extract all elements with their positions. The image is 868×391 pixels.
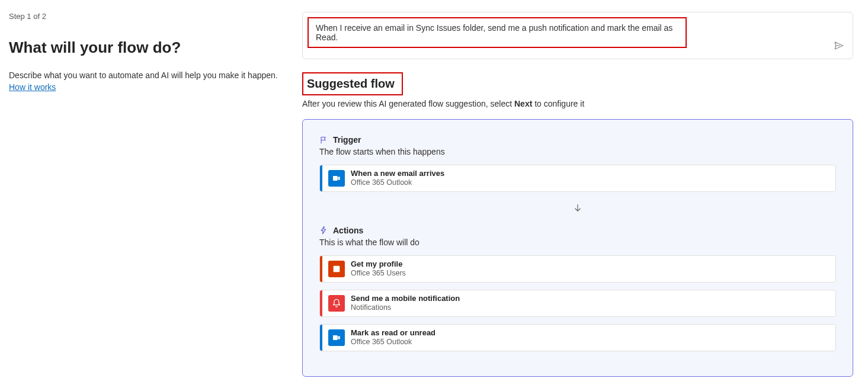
suggested-flow-heading-box: Suggested flow — [302, 72, 403, 95]
send-button[interactable] — [834, 40, 844, 53]
arrow-down-icon — [572, 203, 583, 213]
prompt-text[interactable]: When I receive an email in Sync Issues f… — [308, 17, 687, 48]
office-icon — [328, 261, 345, 277]
card-accent — [320, 256, 322, 282]
card-accent — [320, 165, 322, 191]
card-connector: Notifications — [351, 303, 460, 313]
page-title: What will your flow do? — [9, 39, 284, 57]
outlook-icon — [328, 329, 345, 346]
flag-icon — [319, 136, 328, 145]
suggested-flow-subtext: After you review this AI generated flow … — [302, 99, 853, 108]
trigger-card[interactable]: When a new email arrives Office 365 Outl… — [319, 165, 836, 192]
svg-rect-4 — [334, 265, 340, 272]
actions-section-sub: This is what the flow will do — [319, 238, 836, 247]
notif-icon — [328, 295, 345, 312]
card-connector: Office 365 Users — [351, 269, 406, 278]
prompt-input-container[interactable]: When I receive an email in Sync Issues f… — [302, 12, 853, 59]
svg-rect-1 — [333, 176, 337, 181]
svg-rect-2 — [337, 177, 340, 180]
card-title: When a new email arrives — [351, 169, 444, 178]
svg-rect-6 — [337, 336, 340, 339]
trigger-section-sub: The flow starts when this happens — [319, 147, 836, 156]
how-it-works-link[interactable]: How it works — [9, 82, 56, 92]
flow-suggestion-panel: Trigger The flow starts when this happen… — [302, 119, 853, 377]
step-indicator: Step 1 of 2 — [9, 12, 284, 21]
suggested-flow-heading: Suggested flow — [307, 77, 395, 90]
flow-arrow — [319, 199, 836, 226]
card-title: Mark as read or unread — [351, 328, 435, 338]
lightning-icon — [319, 226, 328, 235]
send-icon — [834, 40, 844, 51]
card-accent — [320, 290, 322, 316]
page-description: Describe what you want to automate and A… — [9, 70, 284, 93]
trigger-section-heading: Trigger — [319, 135, 836, 145]
card-connector: Office 365 Outlook — [351, 178, 444, 188]
actions-section-heading: Actions — [319, 226, 836, 235]
card-connector: Office 365 Outlook — [351, 338, 435, 347]
description-text: Describe what you want to automate and A… — [9, 70, 278, 80]
card-accent — [320, 325, 322, 351]
svg-rect-5 — [333, 335, 337, 340]
action-card[interactable]: Mark as read or unreadOffice 365 Outlook — [319, 324, 836, 351]
card-title: Get my profile — [351, 259, 406, 269]
action-card[interactable]: Send me a mobile notificationNotificatio… — [319, 290, 836, 317]
action-card[interactable]: Get my profileOffice 365 Users — [319, 255, 836, 283]
card-title: Send me a mobile notification — [351, 294, 460, 303]
outlook-icon — [328, 170, 345, 187]
